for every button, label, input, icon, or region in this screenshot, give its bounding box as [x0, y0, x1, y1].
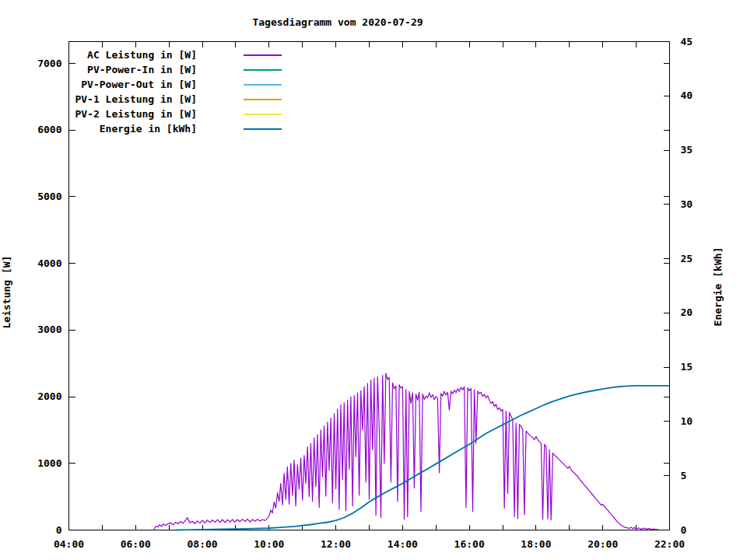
y-left-tick-label: 3000: [37, 324, 61, 335]
series-ac-leistung-in-w: [153, 373, 658, 530]
legend-label: AC Leistung in [W]: [87, 49, 197, 61]
x-tick-label: 12:00: [321, 538, 351, 550]
x-tick-label: 22:00: [654, 538, 685, 550]
y-left-tick-label: 7000: [37, 58, 61, 69]
x-tick-label: 06:00: [121, 538, 151, 550]
legend-label: PV-2 Leistung in [W]: [75, 108, 197, 120]
x-tick-label: 14:00: [388, 538, 418, 550]
legend-label: PV-Power-Out in [W]: [81, 79, 197, 90]
y-right-tick-label: 30: [681, 198, 693, 210]
x-tick-label: 16:00: [454, 538, 485, 550]
y-left-tick-label: 2000: [37, 390, 61, 402]
legend-label: Energie in [kWh]: [100, 123, 197, 135]
chart-canvas: Tagesdiagramm vom 2020-07-29 Leistung [W…: [0, 0, 747, 560]
x-tick-label: 18:00: [521, 538, 551, 550]
x-tick-label: 20:00: [587, 538, 618, 550]
legend-label: PV-Power-In in [W]: [87, 64, 197, 75]
y-right-tick-label: 25: [681, 253, 693, 264]
plot-area: 04:0006:0008:0010:0012:0014:0016:0018:00…: [0, 0, 747, 560]
y-right-tick-label: 20: [681, 306, 693, 318]
y-left-tick-label: 1000: [37, 457, 61, 469]
x-tick-label: 08:00: [187, 538, 217, 550]
y-right-tick-label: 40: [681, 89, 693, 101]
y-left-tick-label: 4000: [37, 257, 61, 269]
legend-label: PV-1 Leistung in [W]: [75, 93, 197, 105]
y-left-tick-label: 6000: [37, 124, 61, 135]
y-right-tick-label: 35: [681, 144, 693, 156]
x-tick-label: 10:00: [254, 538, 284, 550]
y-right-tick-label: 15: [681, 361, 693, 373]
y-right-tick-label: 10: [681, 415, 693, 427]
y-right-tick-label: 5: [681, 470, 687, 481]
y-left-tick-label: 5000: [37, 191, 61, 202]
y-right-tick-label: 0: [681, 524, 687, 536]
y-right-tick-label: 45: [681, 36, 693, 47]
y-left-tick-label: 0: [56, 524, 62, 536]
x-tick-label: 04:00: [54, 538, 84, 550]
